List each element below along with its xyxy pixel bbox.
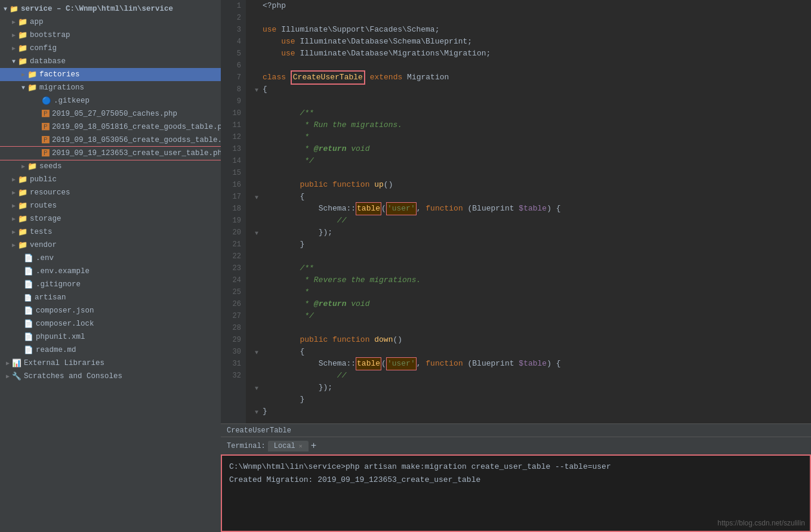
sidebar-label: resources <box>30 188 70 197</box>
sidebar-item-file3[interactable]: 🅿 2019_09_18_053056_create_goodss_table.… <box>0 134 221 147</box>
line-num: 29 <box>221 334 241 346</box>
code-line-7: class CreateUserTable extends Migration <box>252 72 811 83</box>
main-area: ▼ 📁 service – C:\Wnmp\html\lin\service ▶… <box>0 0 811 532</box>
sidebar-item-gitignore[interactable]: 📄 .gitignore <box>0 278 221 291</box>
sidebar-item-extlibs[interactable]: ▶ 📊 External Libraries <box>0 357 221 370</box>
arrow-icon: ▶ <box>19 163 27 170</box>
code-line-1: <?php <box>252 0 811 12</box>
sidebar-item-readme[interactable]: 📄 readme.md <box>0 344 221 357</box>
code-token: ) { <box>547 203 560 215</box>
code-line-26: * @return void <box>252 298 811 310</box>
arrow-icon: ▶ <box>4 373 12 380</box>
sidebar-item-config[interactable]: ▶ 📁 config <box>0 42 221 55</box>
fold-icon[interactable]: ▼ <box>252 383 261 392</box>
code-token <box>263 286 304 298</box>
code-line-22 <box>252 250 811 262</box>
terminal-tab-local[interactable]: Local ✕ <box>268 441 309 451</box>
terminal-output: Created Migration: 2019_09_19_123653_cre… <box>229 475 480 484</box>
sidebar-item-phpunit[interactable]: 📄 phpunit.xml <box>0 330 221 344</box>
terminal-close-button[interactable]: ✕ <box>299 443 303 450</box>
code-token: function <box>332 179 374 191</box>
code-token <box>263 191 300 203</box>
code-line-5: use Illuminate\Database\Migrations\Migra… <box>252 48 811 60</box>
code-token: up <box>374 179 384 191</box>
code-token <box>263 131 304 143</box>
line-num: 15 <box>221 167 241 179</box>
fold-icon[interactable]: ▼ <box>252 85 261 94</box>
sidebar-item-routes[interactable]: ▶ 📁 routes <box>0 199 221 212</box>
code-token-hl: 'user' <box>386 357 417 370</box>
line-num: 30 <box>221 346 241 358</box>
code-area[interactable]: <?php use Illuminate\Support\Facades\Sch… <box>246 0 811 423</box>
fold-icon[interactable]: ▼ <box>252 192 261 202</box>
status-bar: CreateUserTable <box>221 423 811 437</box>
arrow-icon: ▶ <box>10 176 18 183</box>
sidebar-item-storage[interactable]: ▶ 📁 storage <box>0 212 221 225</box>
folder-icon: 📁 <box>18 214 27 224</box>
sidebar-item-artisan[interactable]: 📄 artisan <box>0 291 221 304</box>
sidebar-item-bootstrap[interactable]: ▶ 📁 bootstrap <box>0 29 221 42</box>
code-line-34: } <box>252 394 811 406</box>
sidebar-item-database[interactable]: ▼ 📁 database <box>0 55 221 68</box>
php-icon: 🅿 <box>42 110 50 119</box>
code-token: void <box>346 298 369 310</box>
php-icon: 🅿 <box>42 136 50 145</box>
code-token: Illuminate\Support\Facades\Schema; <box>281 24 439 36</box>
code-token-hl: table <box>356 202 381 215</box>
sidebar-root[interactable]: ▼ 📁 service – C:\Wnmp\html\lin\service <box>0 2 221 16</box>
sidebar-item-envexample[interactable]: 📄 .env.example <box>0 265 221 278</box>
code-token: * Run the migrations. <box>304 119 402 131</box>
sidebar-item-app[interactable]: ▶ 📁 app <box>0 16 221 29</box>
code-line-2 <box>252 12 811 24</box>
sidebar-item-public[interactable]: ▶ 📁 public <box>0 173 221 186</box>
php-icon: 🅿 <box>42 149 50 158</box>
sidebar-item-file4[interactable]: 🅿 2019_09_19_123653_create_user_table.ph… <box>0 147 221 160</box>
terminal-label: Terminal: <box>227 442 266 450</box>
sidebar-item-env[interactable]: 📄 .env <box>0 252 221 265</box>
code-token: () <box>393 334 402 346</box>
line-num: 24 <box>221 274 241 286</box>
code-token <box>263 262 300 274</box>
sidebar-item-resources[interactable]: ▶ 📁 resources <box>0 186 221 199</box>
code-token <box>263 370 337 382</box>
code-line-24: * Reverse the migrations. <box>252 274 811 286</box>
sidebar-item-file1[interactable]: 🅿 2019_05_27_075050_caches.php <box>0 107 221 120</box>
folder-icon: 📁 <box>18 57 27 66</box>
file-icon: 📄 <box>24 267 33 276</box>
terminal-cmd: php artisan make:migration create_user_t… <box>346 462 611 471</box>
root-label: service – C:\Wnmp\html\lin\service <box>21 5 173 13</box>
sidebar-item-tests[interactable]: ▶ 📁 tests <box>0 225 221 239</box>
code-token: down <box>374 334 393 346</box>
code-token: $table <box>519 358 547 370</box>
code-token <box>263 394 300 406</box>
sidebar-item-factories[interactable]: ▶ 📁 factories <box>0 68 221 81</box>
code-token: { <box>300 346 304 358</box>
code-token-hl: 'user' <box>386 202 417 215</box>
file-icon: 📄 <box>24 306 33 316</box>
code-token: ( <box>381 203 386 215</box>
folder-icon: 📁 <box>18 44 27 53</box>
arrow-icon: ▶ <box>10 242 18 249</box>
sidebar-item-vendor[interactable]: ▶ 📁 vendor <box>0 239 221 252</box>
fold-icon[interactable]: ▼ <box>252 407 261 416</box>
code-line-17: ▼ { <box>252 191 811 203</box>
code-line-3: use Illuminate\Support\Facades\Schema; <box>252 24 811 36</box>
sidebar-item-file2[interactable]: 🅿 2019_09_18_051816_create_goods_table.p… <box>0 120 221 134</box>
line-num: 20 <box>221 227 241 239</box>
sidebar-item-composerjson[interactable]: 📄 composer.json <box>0 304 221 317</box>
arrow-icon: ▶ <box>19 71 27 78</box>
code-line-30: ▼ { <box>252 346 811 358</box>
fold-icon[interactable]: ▼ <box>252 347 261 357</box>
sidebar-item-gitkeep[interactable]: 🔵 .gitkeep <box>0 94 221 107</box>
folder-icon: 📁 <box>27 70 37 79</box>
terminal-add-button[interactable]: + <box>311 441 317 451</box>
sidebar-item-composerlock[interactable]: 📄 composer.lock <box>0 317 221 330</box>
sidebar-item-migrations[interactable]: ▼ 📁 migrations <box>0 81 221 94</box>
code-token: Illuminate\Database\Migrations\Migration… <box>300 48 491 60</box>
code-token: } <box>300 239 304 250</box>
fold-icon[interactable]: ▼ <box>252 228 261 237</box>
sidebar-item-seeds[interactable]: ▶ 📁 seeds <box>0 160 221 173</box>
code-line-14: */ <box>252 155 811 167</box>
code-token: (Blueprint <box>468 358 519 370</box>
sidebar-item-scratches[interactable]: ▶ 🔧 Scratches and Consoles <box>0 370 221 383</box>
